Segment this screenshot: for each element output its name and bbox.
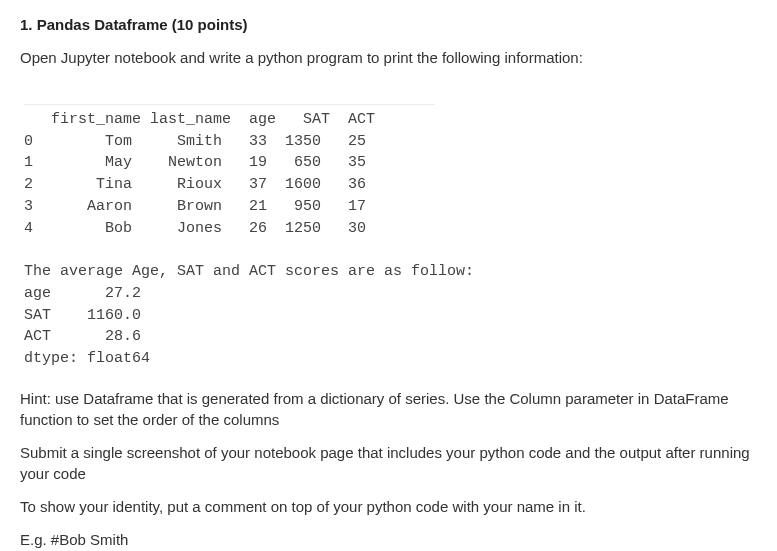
submit-text: Submit a single screenshot of your noteb… (20, 442, 757, 484)
table-row: 4 Bob Jones 26 1250 30 (24, 220, 366, 237)
code-output: first_name last_name age SAT ACT 0 Tom S… (24, 80, 757, 370)
divider (24, 104, 434, 105)
avg-row: ACT 28.6 (24, 328, 141, 345)
table-row: 1 May Newton 19 650 35 (24, 154, 366, 171)
question-heading: 1. Pandas Dataframe (10 points) (20, 16, 757, 33)
table-row: 3 Aaron Brown 21 950 17 (24, 198, 366, 215)
avg-row: age 27.2 (24, 285, 141, 302)
hint-text: Hint: use Dataframe that is generated fr… (20, 388, 757, 430)
identity-text: To show your identity, put a comment on … (20, 496, 757, 517)
table-row: 0 Tom Smith 33 1350 25 (24, 133, 366, 150)
averages-heading: The average Age, SAT and ACT scores are … (24, 263, 474, 280)
intro-text: Open Jupyter notebook and write a python… (20, 47, 757, 68)
avg-row: SAT 1160.0 (24, 307, 141, 324)
dtype-line: dtype: float64 (24, 350, 150, 367)
table-header: first_name last_name age SAT ACT (24, 111, 375, 128)
table-row: 2 Tina Rioux 37 1600 36 (24, 176, 366, 193)
example-text: E.g. #Bob Smith (20, 529, 757, 550)
